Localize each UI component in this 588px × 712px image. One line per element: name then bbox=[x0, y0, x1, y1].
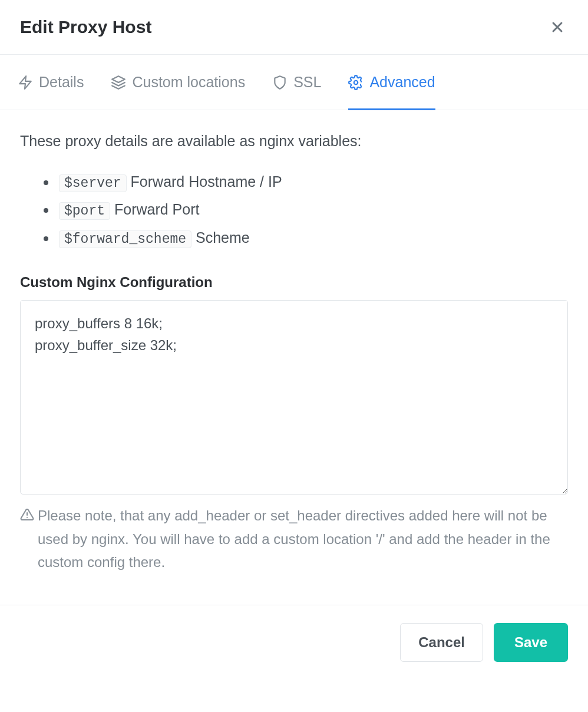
modal-title: Edit Proxy Host bbox=[20, 17, 151, 37]
svg-marker-1 bbox=[113, 76, 125, 83]
var-code-forward-scheme: $forward_scheme bbox=[59, 230, 191, 248]
lightning-icon bbox=[18, 75, 33, 90]
edit-proxy-host-modal: Edit Proxy Host Details Custom locations… bbox=[0, 0, 588, 680]
tabs: Details Custom locations SSL Advanced bbox=[0, 55, 588, 110]
modal-header: Edit Proxy Host bbox=[0, 0, 588, 55]
tab-details-label: Details bbox=[39, 74, 84, 91]
alert-triangle-icon bbox=[20, 507, 34, 522]
note-content: Please note, that any add_header or set_… bbox=[38, 504, 568, 574]
tab-ssl[interactable]: SSL bbox=[272, 55, 321, 110]
svg-marker-0 bbox=[19, 76, 31, 89]
tab-details[interactable]: Details bbox=[18, 55, 84, 110]
tab-custom-locations[interactable]: Custom locations bbox=[111, 55, 245, 110]
config-label: Custom Nginx Configuration bbox=[20, 274, 568, 291]
intro-text: These proxy details are available as ngi… bbox=[20, 130, 568, 153]
tab-ssl-label: SSL bbox=[293, 74, 321, 91]
layers-icon bbox=[111, 75, 126, 90]
cancel-button[interactable]: Cancel bbox=[400, 623, 483, 662]
list-item: $port Forward Port bbox=[57, 196, 568, 224]
gear-icon bbox=[348, 75, 364, 90]
list-item: $forward_scheme Scheme bbox=[57, 224, 568, 252]
nginx-config-textarea[interactable] bbox=[20, 300, 568, 495]
shield-icon bbox=[272, 75, 288, 90]
tab-advanced[interactable]: Advanced bbox=[348, 55, 435, 110]
var-code-server: $server bbox=[59, 174, 127, 192]
close-icon bbox=[549, 19, 566, 35]
var-code-port: $port bbox=[59, 202, 110, 220]
list-item: $server Forward Hostname / IP bbox=[57, 168, 568, 196]
var-desc: Forward Hostname / IP bbox=[131, 173, 282, 190]
modal-footer: Cancel Save bbox=[0, 605, 588, 680]
svg-point-2 bbox=[354, 80, 358, 84]
close-button[interactable] bbox=[547, 17, 568, 38]
save-button[interactable]: Save bbox=[494, 623, 568, 662]
tab-custom-locations-label: Custom locations bbox=[132, 74, 245, 91]
var-desc: Scheme bbox=[196, 229, 250, 246]
tab-advanced-label: Advanced bbox=[369, 74, 435, 91]
variable-list: $server Forward Hostname / IP $port Forw… bbox=[20, 168, 568, 252]
var-desc: Forward Port bbox=[114, 201, 199, 217]
modal-body: These proxy details are available as ngi… bbox=[0, 110, 588, 594]
note-text: Please note, that any add_header or set_… bbox=[20, 504, 568, 574]
